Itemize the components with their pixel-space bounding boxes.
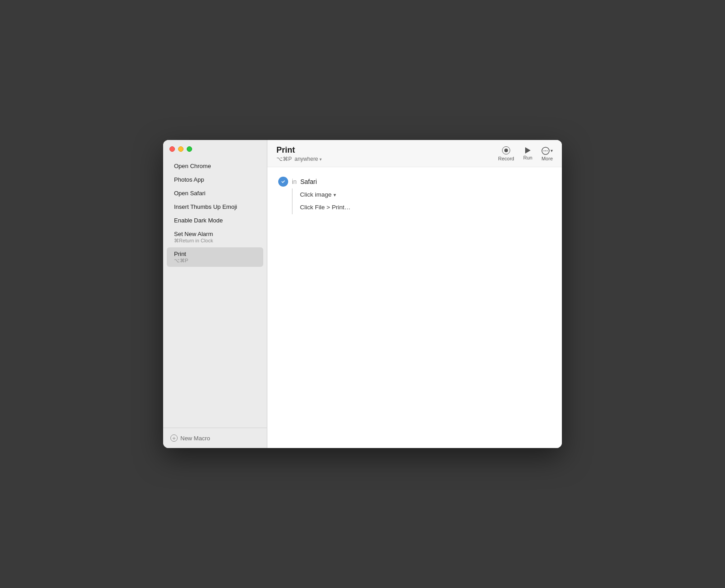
sidebar-item-name-open-safari: Open Safari: [174, 190, 256, 197]
sidebar-item-open-safari[interactable]: Open Safari: [167, 187, 263, 200]
sidebar-item-name-insert-thumbs-up: Insert Thumbs Up Emoji: [174, 203, 256, 210]
more-icon: [541, 147, 550, 155]
svg-point-3: [546, 150, 547, 151]
shortcut-badge: ⌥⌘P: [276, 156, 292, 162]
sidebar-item-name-open-chrome: Open Chrome: [174, 163, 256, 169]
macro-title: Print: [276, 145, 498, 155]
main-content: Print ⌥⌘P anywhere ▾ Record: [267, 140, 562, 448]
group-app-label: in Safari: [292, 178, 317, 185]
trigger-label: anywhere: [295, 156, 318, 162]
maximize-button[interactable]: [187, 146, 192, 152]
new-macro-label: New Macro: [180, 435, 210, 442]
macro-list: Open ChromePhotos AppOpen SafariInsert T…: [163, 156, 267, 428]
sidebar-item-meta-set-new-alarm: ⌘Return in Clock: [174, 238, 256, 244]
sidebar-item-insert-thumbs-up[interactable]: Insert Thumbs Up Emoji: [167, 200, 263, 213]
sidebar-item-name-enable-dark-mode: Enable Dark Mode: [174, 217, 256, 224]
sidebar-item-name-photos-app: Photos App: [174, 176, 256, 183]
traffic-lights: [163, 140, 267, 156]
play-icon: [525, 147, 531, 154]
in-word: in: [292, 178, 297, 185]
sidebar-footer: + New Macro: [163, 428, 267, 448]
sidebar-item-enable-dark-mode[interactable]: Enable Dark Mode: [167, 214, 263, 227]
dropdown-arrow-icon: ▾: [334, 192, 336, 198]
record-dot: [504, 149, 508, 152]
minimize-button[interactable]: [178, 146, 184, 152]
sidebar: Open ChromePhotos AppOpen SafariInsert T…: [163, 140, 267, 448]
more-chevron-icon: ▾: [551, 148, 553, 153]
run-label: Run: [523, 155, 532, 160]
group-header: in Safari: [278, 176, 317, 187]
run-action[interactable]: Run: [523, 147, 532, 160]
more-label: More: [541, 156, 553, 161]
macro-meta: ⌥⌘P anywhere ▾: [276, 156, 498, 162]
svg-point-1: [543, 150, 544, 151]
sidebar-item-name-print: Print: [174, 251, 256, 257]
action-click-image[interactable]: Click image ▾: [300, 188, 551, 201]
record-action[interactable]: Record: [498, 146, 514, 161]
new-macro-button[interactable]: + New Macro: [170, 434, 210, 442]
app-window: Open ChromePhotos AppOpen SafariInsert T…: [163, 140, 562, 448]
record-icon: [502, 146, 510, 154]
chevron-down-icon: ▾: [319, 157, 322, 162]
more-action[interactable]: ▾ More: [541, 147, 553, 161]
group-app-icon: [278, 177, 288, 187]
sidebar-item-meta-print: ⌥⌘P: [174, 258, 256, 264]
toolbar-left: Print ⌥⌘P anywhere ▾: [276, 145, 498, 162]
toolbar: Print ⌥⌘P anywhere ▾ Record: [267, 140, 562, 167]
record-label: Record: [498, 156, 514, 161]
sidebar-item-open-chrome[interactable]: Open Chrome: [167, 159, 263, 173]
group-actions: Click image ▾ Click File > Print…: [292, 188, 551, 214]
sidebar-item-photos-app[interactable]: Photos App: [167, 173, 263, 186]
editor: in Safari Click image ▾ Click File > Pri…: [267, 167, 562, 448]
app-name: Safari: [300, 178, 317, 185]
sidebar-item-print[interactable]: Print⌥⌘P: [167, 247, 263, 267]
svg-point-2: [545, 150, 546, 151]
trigger-dropdown[interactable]: anywhere ▾: [295, 156, 322, 162]
sidebar-item-set-new-alarm[interactable]: Set New Alarm⌘Return in Clock: [167, 227, 263, 247]
macro-group: in Safari: [278, 176, 551, 187]
sidebar-item-name-set-new-alarm: Set New Alarm: [174, 231, 256, 237]
checkmark-icon: [280, 179, 286, 184]
plus-circle-icon: +: [170, 434, 178, 442]
toolbar-actions: Record Run: [498, 146, 553, 161]
action-click-file-print[interactable]: Click File > Print…: [300, 201, 551, 214]
close-button[interactable]: [169, 146, 175, 152]
